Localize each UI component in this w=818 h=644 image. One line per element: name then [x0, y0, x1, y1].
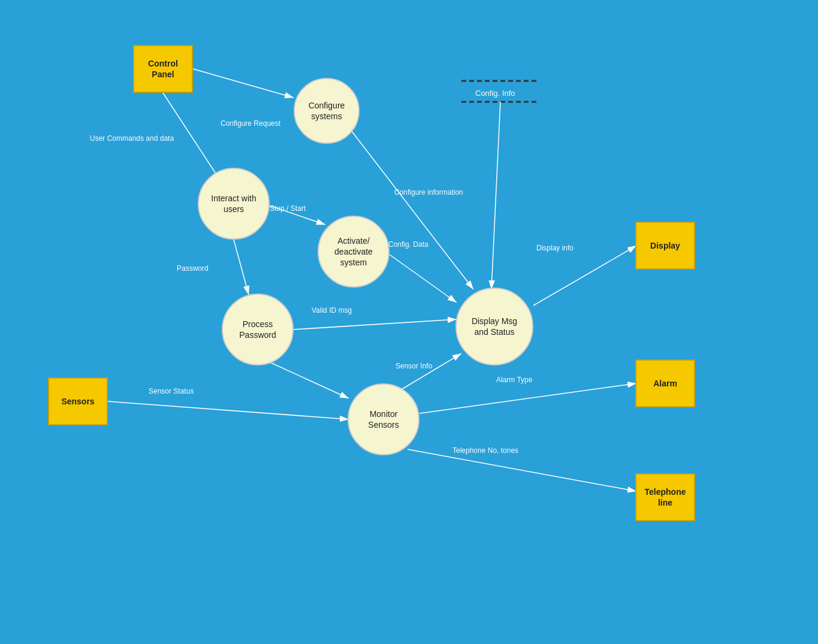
node-alarm: Alarm [635, 359, 695, 407]
node-configure-systems: Configure systems [294, 78, 360, 144]
config-info-label: Config. Info [475, 89, 515, 98]
node-display: Display [635, 222, 695, 270]
label-telephone: Telephone No, tones [452, 446, 518, 455]
node-display-msg-status: Display Msg and Status [455, 288, 533, 365]
label-stop-start: Stop / Start [270, 204, 306, 213]
edge-display-msg-display [533, 246, 636, 306]
node-process-password: Process Password [222, 294, 294, 365]
node-display-label: Display [650, 240, 680, 251]
node-telephone-line: Telephone line [635, 473, 695, 521]
node-activate-deactivate-label: Activate/ deactivate system [334, 235, 373, 268]
label-alarm-type: Alarm Type [496, 376, 533, 384]
node-process-password-label: Process Password [239, 319, 276, 340]
label-sensor-info: Sensor Info [396, 362, 433, 370]
node-alarm-label: Alarm [653, 378, 677, 389]
label-valid-id: Valid ID msg [312, 306, 352, 315]
edge-pp-monitor [264, 359, 349, 398]
label-sensor-status: Sensor Status [149, 387, 194, 395]
node-telephone-label: Telephone line [645, 486, 686, 508]
label-display-info: Display info [536, 244, 573, 252]
edge-cp-configure [193, 69, 294, 98]
edge-monitor-telephone [408, 449, 636, 491]
node-interact-users: Interact with users [198, 168, 270, 240]
edge-config-box-display [491, 102, 500, 289]
node-activate-deactivate: Activate/ deactivate system [318, 216, 390, 288]
label-configure-info: Configure information [394, 188, 463, 196]
edge-sensors-monitor [108, 401, 349, 419]
label-configure-request: Configure Request [221, 119, 281, 128]
edge-activate-display [390, 255, 457, 303]
node-interact-users-label: Interact with users [211, 193, 256, 214]
edge-monitor-alarm [419, 383, 636, 413]
edge-interact-password [234, 240, 249, 295]
node-configure-systems-label: Configure systems [309, 100, 345, 122]
node-monitor-sensors: Monitor Sensors [348, 383, 419, 455]
node-control-panel-label: Control Panel [148, 58, 178, 80]
edge-password-display [294, 319, 457, 329]
node-sensors-label: Sensors [61, 396, 94, 407]
label-user-commands: User Commands and data [90, 134, 174, 143]
node-monitor-sensors-label: Monitor Sensors [368, 409, 399, 430]
diagram-svg: Config. Info User Commands and data Conf… [0, 0, 818, 644]
label-password: Password [177, 264, 209, 273]
node-control-panel: Control Panel [133, 45, 193, 93]
label-config-data: Config. Data [388, 240, 428, 249]
diagram-container: Config. Info User Commands and data Conf… [0, 0, 818, 644]
node-display-msg-status-label: Display Msg and Status [472, 316, 517, 337]
node-sensors: Sensors [48, 377, 108, 425]
